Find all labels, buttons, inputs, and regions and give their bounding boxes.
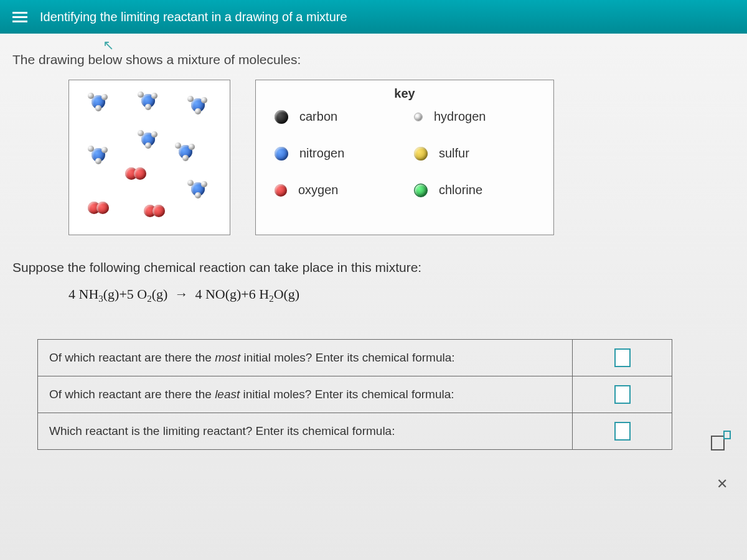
eq-coef: 5 xyxy=(127,286,134,302)
chemical-equation: 4 NH3(g)+5 O2(g) → 4 NO(g)+6 H2O(g) xyxy=(68,286,735,304)
answer-input[interactable] xyxy=(614,348,631,367)
q-prefix: Of which reactant are there the xyxy=(49,351,215,364)
q-suffix: initial moles? Enter its chemical formul… xyxy=(240,351,454,364)
key-label: oxygen xyxy=(298,183,339,197)
eq-formula: H xyxy=(259,286,269,302)
eq-coef: 4 xyxy=(195,286,202,302)
hydrogen-icon xyxy=(414,113,423,121)
eq-formula: O xyxy=(137,286,147,302)
key-label: carbon xyxy=(299,110,337,124)
eq-plus: + xyxy=(241,286,248,302)
key-item-hydrogen: hydrogen xyxy=(414,110,535,124)
eq-plus: + xyxy=(119,286,126,302)
eq-state: (g) xyxy=(284,286,300,302)
content-area: ↖ The drawing below shows a mixture of m… xyxy=(0,34,747,462)
key-legend: key carbon hydrogen nitrogen sulfur xyxy=(255,80,554,235)
q-em: least xyxy=(215,388,240,401)
key-label: sulfur xyxy=(439,146,469,161)
sulfur-icon xyxy=(414,147,428,161)
answer-input[interactable] xyxy=(614,385,631,404)
suppose-text: Suppose the following chemical reaction … xyxy=(12,260,735,275)
eq-sub: 3 xyxy=(98,294,103,304)
key-item-sulfur: sulfur xyxy=(414,146,535,161)
answer-cell xyxy=(572,340,672,376)
key-label: chlorine xyxy=(439,183,482,197)
eq-sub: 2 xyxy=(269,294,274,304)
side-toolbar: ✕ xyxy=(708,429,736,497)
eq-formula: NO xyxy=(205,286,225,302)
molecule-o2 xyxy=(125,167,148,181)
key-item-carbon: carbon xyxy=(275,110,395,124)
q-prefix: Of which reactant are there the xyxy=(49,388,215,401)
drawing-key-row: key carbon hydrogen nitrogen sulfur xyxy=(68,80,735,235)
menu-icon[interactable] xyxy=(12,12,27,22)
table-row: Of which reactant are there the most ini… xyxy=(38,340,672,376)
eq-formula: O xyxy=(274,286,284,302)
q-prefix: Which reactant is the limiting reactant?… xyxy=(49,424,395,437)
molecule-nh3 xyxy=(187,96,209,114)
eq-state: (g) xyxy=(225,286,242,302)
key-label: nitrogen xyxy=(299,146,344,161)
molecule-nh3 xyxy=(88,146,109,164)
key-item-nitrogen: nitrogen xyxy=(275,146,395,161)
key-label: hydrogen xyxy=(434,110,486,124)
intro-text: The drawing below shows a mixture of mol… xyxy=(12,52,735,67)
table-row: Which reactant is the limiting reactant?… xyxy=(38,413,672,449)
answer-input[interactable] xyxy=(614,422,631,441)
molecule-nh3 xyxy=(187,180,209,198)
eq-sub: 2 xyxy=(147,294,152,304)
question-table: Of which reactant are there the most ini… xyxy=(37,339,672,450)
eq-coef: 6 xyxy=(249,286,256,302)
molecule-nh3 xyxy=(138,130,159,149)
answer-cell xyxy=(572,413,672,449)
eq-coef: 4 xyxy=(68,286,75,302)
oxygen-icon xyxy=(275,184,287,197)
answer-cell xyxy=(572,376,672,413)
molecule-nh3 xyxy=(88,93,109,111)
close-icon[interactable]: ✕ xyxy=(708,472,736,497)
header-bar: Identifying the limiting reactant in a d… xyxy=(0,0,747,34)
molecule-drawing xyxy=(68,80,230,235)
key-item-chlorine: chlorine xyxy=(414,183,535,197)
q-suffix: initial moles? Enter its chemical formul… xyxy=(240,388,454,401)
key-title: key xyxy=(275,86,535,101)
q-em: most xyxy=(215,351,240,364)
molecule-nh3 xyxy=(175,142,196,161)
question-text: Which reactant is the limiting reactant?… xyxy=(38,416,572,447)
eq-formula: NH xyxy=(79,286,99,302)
carbon-icon xyxy=(275,110,288,124)
molecule-o2 xyxy=(88,202,110,215)
molecule-nh3 xyxy=(138,91,159,110)
nitrogen-icon xyxy=(275,147,288,161)
eq-state: (g) xyxy=(103,286,120,302)
chlorine-icon xyxy=(414,184,428,197)
page-title: Identifying the limiting reactant in a d… xyxy=(40,10,347,24)
eq-state: (g) xyxy=(152,286,168,302)
superscript-tool-icon[interactable] xyxy=(708,429,736,454)
question-text: Of which reactant are there the least in… xyxy=(38,379,572,410)
cursor-icon: ↖ xyxy=(103,37,114,54)
molecule-o2 xyxy=(144,205,166,218)
table-row: Of which reactant are there the least in… xyxy=(38,376,672,413)
eq-arrow: → xyxy=(174,286,188,302)
key-item-oxygen: oxygen xyxy=(275,183,395,197)
question-text: Of which reactant are there the most ini… xyxy=(38,342,572,373)
